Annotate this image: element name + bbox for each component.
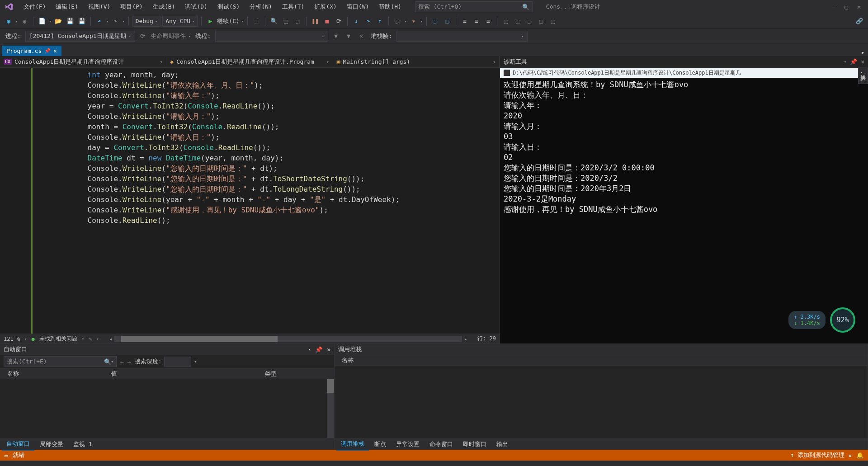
code-content[interactable]: int year, month, day; Console.WriteLine(… <box>32 68 500 334</box>
config-dropdown[interactable]: Debug▾ <box>132 16 161 27</box>
tab-locals[interactable]: 局部变量 <box>35 438 68 450</box>
pin-icon[interactable]: 📌 <box>44 48 51 54</box>
menu-help[interactable]: 帮助(H) <box>374 1 406 13</box>
brush-icon[interactable]: ✎ <box>89 336 92 342</box>
tab-immediate[interactable]: 即时窗口 <box>458 438 491 450</box>
tab-output[interactable]: 输出 <box>492 438 513 450</box>
horizontal-scrollbar[interactable]: ◂ ▸ <box>107 336 469 342</box>
menu-view[interactable]: 视图(V) <box>84 1 115 13</box>
tab-autos[interactable]: 自动窗口 <box>2 438 34 451</box>
notification-icon[interactable]: 🔔 <box>856 452 863 459</box>
vertical-scrollbar[interactable] <box>327 379 334 438</box>
step-over-button[interactable]: ↷ <box>363 16 373 26</box>
platform-dropdown[interactable]: Any CPU▾ <box>162 16 198 27</box>
continue-button[interactable]: ▶ <box>205 16 215 26</box>
tool-btn-11[interactable]: ≡ <box>483 16 493 26</box>
editor-tab-active[interactable]: Program.cs 📌 ✕ <box>2 46 61 56</box>
tool-btn-7[interactable]: ⬚ <box>430 16 440 26</box>
col-name[interactable]: 名称 <box>4 370 108 378</box>
breadcrumb-method[interactable]: ▣ Main(string[] args) ▾ <box>333 56 500 67</box>
tool-btn-14[interactable]: ⬚ <box>524 16 534 26</box>
menu-debug[interactable]: 调试(D) <box>180 1 212 13</box>
menu-analyze[interactable]: 分析(N) <box>245 1 276 13</box>
diag-dropdown[interactable]: ▾ <box>844 60 846 64</box>
tool-btn-2[interactable]: 🔍 <box>269 16 279 26</box>
live-share-icon[interactable]: 🔗 <box>854 16 864 26</box>
process-dropdown[interactable]: [20412] ConsoleApp1日期是星期▾ <box>25 31 135 42</box>
tab-close-icon[interactable]: ✕ <box>53 47 57 54</box>
lifecycle-icon[interactable]: ⟳ <box>138 31 148 41</box>
tool-btn-15[interactable]: ⬚ <box>536 16 546 26</box>
tool-btn-9[interactable]: ≡ <box>460 16 470 26</box>
continue-label[interactable]: 继续(C) <box>217 17 239 25</box>
menu-ext[interactable]: 扩展(X) <box>310 1 341 13</box>
tab-command[interactable]: 命令窗口 <box>425 438 458 450</box>
tool-btn-13[interactable]: ⬚ <box>513 16 523 26</box>
open-button[interactable]: 📂 <box>53 16 63 26</box>
solution-explorer-tab[interactable]: 解决... <box>858 68 868 84</box>
code-editor[interactable]: int year, month, day; Console.WriteLine(… <box>0 68 500 334</box>
tool-btn-1[interactable]: ⬚ <box>251 16 261 26</box>
stackframe-dropdown[interactable]: ▾ <box>396 31 528 42</box>
tool-btn-6[interactable]: ✶ <box>409 16 419 26</box>
menu-edit[interactable]: 编辑(E) <box>51 1 82 13</box>
tool-btn-3[interactable]: ⬚ <box>281 16 291 26</box>
breadcrumb-class[interactable]: ◆ ConsoleApp1日期是星期几查询程序设计.Program ▾ <box>166 56 333 67</box>
tool-btn-8[interactable]: ⬚ <box>442 16 452 26</box>
save-all-button[interactable]: 💾 <box>77 16 87 26</box>
col-value[interactable]: 值 <box>108 370 261 378</box>
breadcrumb-project[interactable]: C# ConsoleApp1日期是星期几查询程序设计 ▾ <box>0 56 166 67</box>
console-output[interactable]: 欢迎使用星期几查询系统！by SDNU咸鱼小十七酱ovo 请依次输入年、月、日：… <box>500 78 868 344</box>
maximize-button[interactable]: ▢ <box>844 4 848 10</box>
col-type[interactable]: 类型 <box>261 370 280 378</box>
diag-close-icon[interactable]: ✕ <box>861 58 864 65</box>
menu-file[interactable]: 文件(F) <box>19 1 50 13</box>
close-button[interactable]: ✕ <box>857 4 861 10</box>
undo-button[interactable]: ↶ <box>94 16 104 26</box>
thread-btn-2[interactable]: ▼ <box>344 31 354 41</box>
tab-exceptions[interactable]: 异常设置 <box>392 438 424 450</box>
tab-watch[interactable]: 监视 1 <box>69 438 97 450</box>
tab-callstack[interactable]: 调用堆栈 <box>336 438 369 451</box>
tab-breakpoints[interactable]: 断点 <box>370 438 391 450</box>
zoom-level[interactable]: 121 % <box>4 336 20 342</box>
minimize-button[interactable]: ─ <box>832 4 836 10</box>
redo-button[interactable]: ↷ <box>110 16 120 26</box>
menu-project[interactable]: 项目(P) <box>116 1 147 13</box>
diag-pin-icon[interactable]: 📌 <box>850 58 857 65</box>
nav-forward-button[interactable]: ◉ <box>19 16 29 26</box>
autos-prev-icon[interactable]: ← <box>120 358 124 365</box>
step-out-button[interactable]: ↑ <box>375 16 385 26</box>
editor-gutter[interactable] <box>0 68 32 334</box>
stop-button[interactable]: ■ <box>322 16 332 26</box>
autos-pin-icon[interactable]: 📌 <box>315 346 322 353</box>
tool-btn-16[interactable]: ⬚ <box>548 16 558 26</box>
restart-button[interactable]: ⟳ <box>334 16 344 26</box>
tab-overflow-dropdown[interactable]: ▾ <box>857 49 868 56</box>
tool-btn-10[interactable]: ≡ <box>472 16 481 26</box>
step-into-button[interactable]: ↓ <box>351 16 361 26</box>
menu-test[interactable]: 测试(S) <box>213 1 244 13</box>
issues-label[interactable]: 未找到相关问题 <box>39 335 77 343</box>
tool-btn-12[interactable]: ⬚ <box>501 16 511 26</box>
thread-btn-3[interactable]: ✕ <box>356 31 366 41</box>
menu-window[interactable]: 窗口(W) <box>342 1 373 13</box>
pause-button[interactable]: ❚❚ <box>310 16 320 26</box>
autos-close-icon[interactable]: ✕ <box>327 346 330 353</box>
source-control-label[interactable]: ↑ 添加到源代码管理 ▴ <box>791 451 852 459</box>
callstack-body[interactable] <box>335 366 868 438</box>
depth-input[interactable] <box>164 357 191 367</box>
save-button[interactable]: 💾 <box>65 16 75 26</box>
global-search-input[interactable]: 搜索 (Ctrl+Q) 🔍 <box>415 1 533 12</box>
thread-dropdown[interactable]: ▾ <box>215 31 328 42</box>
menu-build[interactable]: 生成(B) <box>148 1 179 13</box>
tool-btn-5[interactable]: ⬚ <box>392 16 402 26</box>
autos-dropdown-icon[interactable]: ▾ <box>308 347 311 352</box>
autos-body[interactable] <box>0 379 334 438</box>
cs-col-name[interactable]: 名称 <box>338 356 357 364</box>
nav-back-button[interactable]: ◉ <box>4 16 14 26</box>
tool-btn-4[interactable]: ⬚ <box>292 16 302 26</box>
new-item-button[interactable]: 📄 <box>37 16 47 26</box>
autos-next-icon[interactable]: → <box>127 358 131 365</box>
thread-btn-1[interactable]: ▼ <box>331 31 341 41</box>
